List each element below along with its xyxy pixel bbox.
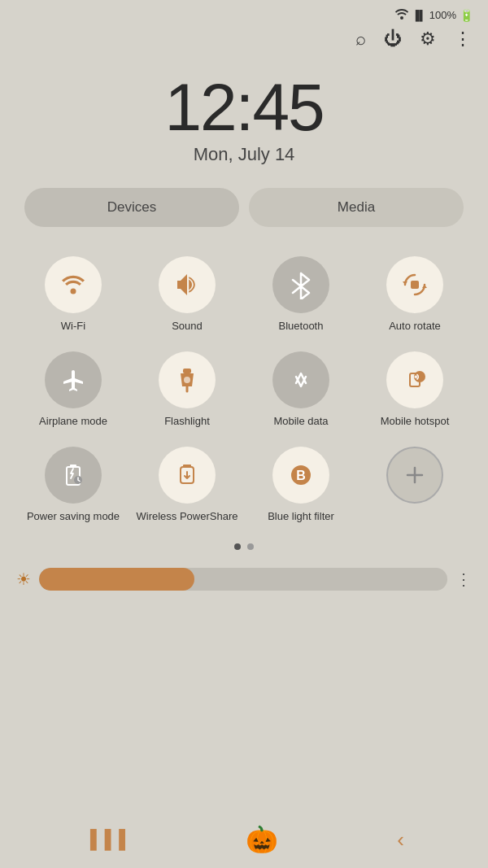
- power-button[interactable]: ⏻: [384, 28, 402, 50]
- qs-hotspot-circle: [386, 351, 443, 408]
- qs-add-circle: [386, 447, 443, 504]
- qs-auto-rotate[interactable]: Auto rotate: [358, 246, 472, 342]
- battery-icon: 🔋: [460, 9, 473, 22]
- dot-1: [234, 543, 241, 550]
- status-bar: ▐▌ 100% 🔋: [0, 0, 488, 25]
- tab-devices[interactable]: Devices: [24, 188, 239, 227]
- quick-settings-grid: Wi-Fi Sound Bluetooth: [0, 240, 488, 539]
- svg-text:B: B: [296, 469, 306, 482]
- qs-hotspot-label: Mobile hotspot: [381, 415, 450, 429]
- home-button[interactable]: 🎃: [246, 824, 278, 855]
- qs-wireless-share[interactable]: Wireless PowerShare: [130, 437, 244, 532]
- status-icons: ▐▌ 100% 🔋: [394, 8, 473, 22]
- svg-point-1: [71, 289, 76, 294]
- qs-bluetooth-label: Bluetooth: [279, 320, 324, 334]
- qs-airplane-label: Airplane mode: [39, 415, 107, 429]
- qs-sound-label: Sound: [172, 320, 203, 334]
- qs-sound[interactable]: Sound: [130, 246, 244, 342]
- qs-flashlight[interactable]: Flashlight: [130, 342, 244, 437]
- pagination-dots: [0, 539, 488, 561]
- signal-icon: ▐▌: [412, 10, 426, 21]
- qs-flashlight-label: Flashlight: [164, 415, 210, 429]
- svg-point-0: [400, 16, 403, 20]
- back-button[interactable]: ‹: [397, 827, 404, 853]
- qs-hotspot[interactable]: Mobile hotspot: [358, 342, 472, 437]
- qs-airplane-circle: [45, 351, 102, 408]
- svg-rect-13: [183, 465, 191, 467]
- svg-point-8: [415, 376, 416, 377]
- qs-sound-circle: [159, 256, 216, 313]
- settings-button[interactable]: ⚙: [420, 28, 436, 50]
- brightness-icon: ☀: [16, 569, 31, 589]
- dot-2: [247, 543, 254, 550]
- clock-time: 12:45: [0, 74, 488, 141]
- qs-mobile-data-label: Mobile data: [273, 415, 328, 429]
- qs-blue-light-circle: B: [272, 447, 329, 504]
- qs-auto-rotate-circle: [386, 256, 443, 313]
- qs-mobile-data-circle: [272, 351, 329, 408]
- qs-power-saving[interactable]: Power saving mode: [16, 437, 130, 532]
- qs-mobile-data[interactable]: Mobile data: [244, 342, 358, 437]
- qs-wifi-circle: [45, 256, 102, 313]
- qs-bluetooth-circle: [272, 256, 329, 313]
- qs-power-saving-circle: [45, 447, 102, 504]
- svg-rect-3: [183, 369, 191, 373]
- qs-wireless-share-circle: [159, 447, 216, 504]
- battery-text: 100%: [429, 9, 456, 21]
- qs-add[interactable]: [358, 437, 472, 532]
- qs-flashlight-circle: [159, 351, 216, 408]
- brightness-more-icon[interactable]: ⋮: [455, 569, 472, 589]
- qs-blue-light-label: Blue light filter: [268, 510, 334, 524]
- brightness-fill: [39, 568, 194, 591]
- recent-apps-button[interactable]: ▐▐▐: [84, 829, 127, 850]
- top-actions: ⌕ ⏻ ⚙ ⋮: [0, 25, 488, 58]
- svg-point-4: [184, 377, 190, 383]
- clock-section: 12:45 Mon, July 14: [0, 58, 488, 172]
- brightness-bar[interactable]: [39, 568, 447, 591]
- brightness-row[interactable]: ☀ ⋮: [0, 561, 488, 599]
- tab-media[interactable]: Media: [249, 188, 464, 227]
- qs-blue-light[interactable]: B Blue light filter: [244, 437, 358, 532]
- tabs-row: Devices Media: [0, 172, 488, 240]
- bottom-nav: ▐▐▐ 🎃 ‹: [0, 811, 488, 868]
- svg-rect-10: [70, 465, 76, 467]
- qs-wifi-label: Wi-Fi: [61, 320, 85, 334]
- wifi-status-icon: [394, 8, 409, 22]
- qs-wifi[interactable]: Wi-Fi: [16, 246, 130, 342]
- clock-date: Mon, July 14: [0, 144, 488, 165]
- search-button[interactable]: ⌕: [355, 28, 366, 50]
- qs-airplane[interactable]: Airplane mode: [16, 342, 130, 437]
- qs-auto-rotate-label: Auto rotate: [389, 320, 441, 334]
- more-button[interactable]: ⋮: [454, 28, 472, 50]
- svg-rect-2: [411, 281, 419, 289]
- qs-bluetooth[interactable]: Bluetooth: [244, 246, 358, 342]
- qs-wireless-share-label: Wireless PowerShare: [137, 510, 238, 524]
- qs-power-saving-label: Power saving mode: [27, 510, 120, 524]
